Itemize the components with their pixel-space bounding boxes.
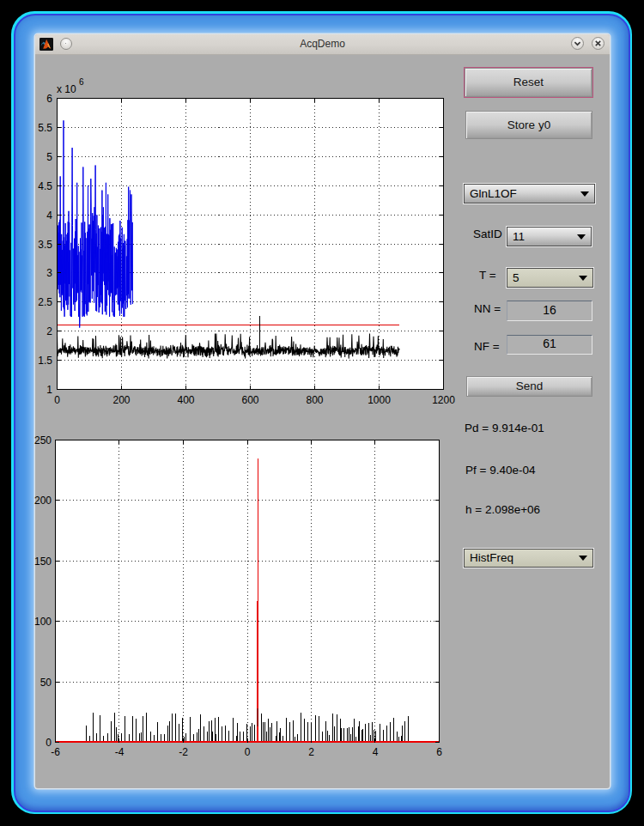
svg-text:0: 0 (245, 746, 251, 758)
svg-text:6: 6 (46, 93, 52, 105)
svg-text:6: 6 (436, 746, 442, 758)
svg-text:-2: -2 (179, 746, 188, 758)
svg-text:200: 200 (112, 394, 130, 406)
svg-text:4: 4 (373, 746, 379, 758)
svg-text:3: 3 (46, 267, 52, 279)
svg-text:2: 2 (308, 746, 314, 758)
svg-text:-6: -6 (51, 746, 60, 758)
svg-text:600: 600 (241, 394, 258, 406)
svg-text:1: 1 (46, 384, 52, 396)
svg-text:x 10: x 10 (57, 83, 76, 95)
svg-text:2: 2 (46, 325, 52, 337)
svg-text:3.5: 3.5 (38, 239, 52, 251)
svg-text:0: 0 (54, 394, 60, 406)
svg-text:400: 400 (177, 394, 194, 406)
svg-text:150: 150 (34, 556, 52, 568)
svg-text:4.5: 4.5 (38, 180, 52, 192)
svg-text:-4: -4 (115, 746, 125, 758)
svg-text:4: 4 (46, 210, 52, 222)
svg-text:800: 800 (306, 394, 323, 406)
svg-text:50: 50 (40, 677, 52, 689)
svg-text:5: 5 (46, 151, 52, 163)
svg-text:6: 6 (79, 77, 84, 87)
svg-text:250: 250 (34, 434, 52, 446)
svg-text:1.5: 1.5 (38, 355, 52, 367)
svg-text:2.5: 2.5 (38, 296, 52, 308)
svg-text:1000: 1000 (368, 394, 391, 406)
svg-text:5.5: 5.5 (38, 122, 52, 134)
svg-text:100: 100 (34, 616, 52, 628)
svg-text:1200: 1200 (432, 394, 455, 406)
svg-text:200: 200 (34, 495, 52, 507)
